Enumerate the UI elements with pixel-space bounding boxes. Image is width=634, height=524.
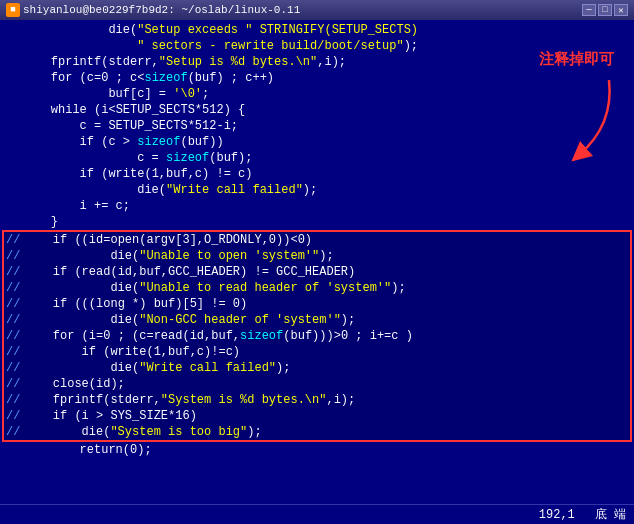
code-line: return(0); (2, 442, 632, 458)
commented-line: // die("System is too big"); (4, 424, 630, 440)
annotation-arrow (559, 75, 619, 169)
commented-line: // if (write(1,buf,c)!=c) (4, 344, 630, 360)
status-bar: 192,1 底 端 (0, 504, 634, 524)
commented-line: // if (i > SYS_SIZE*16) (4, 408, 630, 424)
code-line: die("Setup exceeds " STRINGIFY(SETUP_SEC… (2, 22, 632, 38)
title-bar: ■ shiyanlou@be0229f7b9d2: ~/oslab/linux-… (0, 0, 634, 20)
commented-line: // if (read(id,buf,GCC_HEADER) != GCC_HE… (4, 264, 630, 280)
window-title: shiyanlou@be0229f7b9d2: ~/oslab/linux-0.… (23, 4, 300, 16)
commented-line: // die("Non-GCC header of 'system'"); (4, 312, 630, 328)
commented-line: // if (((long *) buf)[5] != 0) (4, 296, 630, 312)
commented-line: // for (i=0 ; (c=read(id,buf,sizeof(buf)… (4, 328, 630, 344)
cursor-position: 192,1 (539, 508, 575, 522)
normal-code-bottom: return(0); (0, 442, 634, 458)
close-button[interactable]: ✕ (614, 4, 628, 16)
annotation-text: 注释掉即可 (539, 50, 614, 69)
commented-line: // die("Unable to read header of 'system… (4, 280, 630, 296)
code-line: if (write(1,buf,c) != c) (2, 166, 632, 182)
commented-line: // die("Unable to open 'system'"); (4, 248, 630, 264)
code-content: die("Setup exceeds " STRINGIFY(SETUP_SEC… (0, 20, 634, 460)
code-line: " sectors - rewrite build/boot/setup"); (2, 38, 632, 54)
code-line: while (i<SETUP_SECTS*512) { (2, 102, 632, 118)
code-line: } (2, 214, 632, 230)
code-line: buf[c] = '\0'; (2, 86, 632, 102)
commented-line: // if ((id=open(argv[3],O_RDONLY,0))<0) (4, 232, 630, 248)
minimize-button[interactable]: ─ (582, 4, 596, 16)
title-bar-left: ■ shiyanlou@be0229f7b9d2: ~/oslab/linux-… (6, 3, 300, 17)
code-line: i += c; (2, 198, 632, 214)
commented-line: // close(id); (4, 376, 630, 392)
code-line: c = SETUP_SECTS*512-i; (2, 118, 632, 134)
commented-block: // if ((id=open(argv[3],O_RDONLY,0))<0) … (2, 230, 632, 442)
commented-line: // die("Write call failed"); (4, 360, 630, 376)
code-line: if (c > sizeof(buf)) (2, 134, 632, 150)
terminal-icon: ■ (6, 3, 20, 17)
code-area: 注释掉即可 die("Setup exceeds " STRINGIFY(SET… (0, 20, 634, 504)
code-line: fprintf(stderr,"Setup is %d bytes.\n",i)… (2, 54, 632, 70)
title-controls[interactable]: ─ □ ✕ (582, 4, 628, 16)
maximize-button[interactable]: □ (598, 4, 612, 16)
editor-mode: 底 端 (595, 506, 626, 523)
code-line: die("Write call failed"); (2, 182, 632, 198)
code-line: c = sizeof(buf); (2, 150, 632, 166)
code-line: for (c=0 ; c<sizeof(buf) ; c++) (2, 70, 632, 86)
commented-line: // fprintf(stderr,"System is %d bytes.\n… (4, 392, 630, 408)
terminal-window: ■ shiyanlou@be0229f7b9d2: ~/oslab/linux-… (0, 0, 634, 524)
